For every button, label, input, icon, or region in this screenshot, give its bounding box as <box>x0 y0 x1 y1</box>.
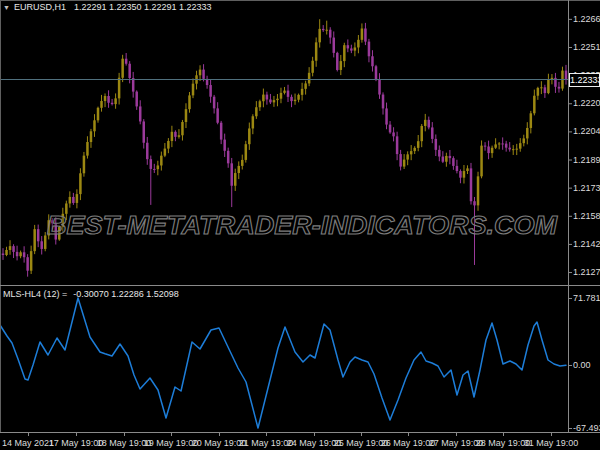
mt4-chart-window: BEST-METATRADER-INDICATORS.COM ▼EURUSD,H… <box>0 0 600 450</box>
indicator-panel[interactable] <box>0 286 568 432</box>
current-price-box: 1.22333 <box>569 73 600 87</box>
main-chart-panel[interactable] <box>0 0 568 285</box>
